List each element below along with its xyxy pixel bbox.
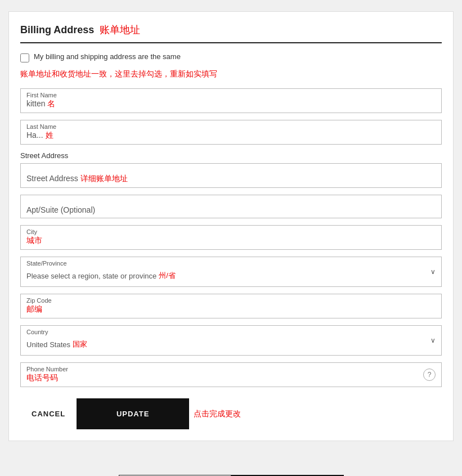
state-value-row: Please select a region, state or provinc… xyxy=(21,257,441,286)
first-name-field: First Name kitten 名 xyxy=(20,88,442,113)
bottom-bar: EDIT SHIPPING PLACE ORDER xyxy=(8,464,454,476)
phone-number-value-cn: 电话号码 xyxy=(26,373,58,383)
same-address-label: My billing and shipping address are the … xyxy=(34,52,181,62)
same-address-row: My billing and shipping address are the … xyxy=(20,52,442,62)
zip-code-value-cn: 邮编 xyxy=(26,304,42,315)
zip-code-value-row: 邮编 xyxy=(21,294,441,318)
main-container: Billing Address 账单地址 My billing and ship… xyxy=(0,0,462,476)
zip-code-field: Zip Code 邮编 xyxy=(20,294,442,318)
action-row: CANCEL UPDATE 点击完成更改 xyxy=(20,398,442,429)
billing-section: Billing Address 账单地址 My billing and ship… xyxy=(8,11,454,441)
street-address-section-label: Street Address xyxy=(20,151,442,160)
section-header: Billing Address 账单地址 xyxy=(20,23,442,43)
first-name-value-row: kitten 名 xyxy=(21,89,441,113)
country-chevron-icon: ∨ xyxy=(430,336,436,344)
street-address-placeholder-en: Street Address xyxy=(26,174,78,183)
state-field[interactable]: State/Province Please select a region, s… xyxy=(20,257,442,287)
state-placeholder-cn: 州/省 xyxy=(159,271,176,281)
phone-number-field: Phone Number 电话号码 ? xyxy=(20,362,442,387)
update-button[interactable]: UPDATE xyxy=(77,398,189,429)
same-address-checkbox[interactable] xyxy=(20,53,29,62)
street-address-value-row: Street Address 详细账单地址 xyxy=(21,164,441,187)
city-value-cn: 城市 xyxy=(26,236,42,246)
apt-suite-field: Apt/Suite (Optional) xyxy=(20,195,442,218)
city-value-row: 城市 xyxy=(21,226,441,249)
state-placeholder-en: Please select a region, state or provinc… xyxy=(26,272,156,280)
first-name-value-cn: 名 xyxy=(47,99,55,109)
city-field: City 城市 xyxy=(20,225,442,250)
country-value-en: United States xyxy=(26,340,70,349)
phone-help-icon[interactable]: ? xyxy=(423,369,436,381)
country-field[interactable]: Country United States 国家 ∨ xyxy=(20,325,442,356)
section-title: Billing Address xyxy=(20,24,94,36)
update-label-cn: 点击完成更改 xyxy=(194,409,241,419)
state-chevron-icon: ∨ xyxy=(430,268,436,276)
last-name-value-row: Ha... 姓 xyxy=(21,120,441,144)
last-name-field: Last Name Ha... 姓 xyxy=(20,120,442,145)
street-address-placeholder-cn: 详细账单地址 xyxy=(80,174,128,184)
street-address-field: Street Address 详细账单地址 xyxy=(20,163,442,188)
section-title-cn: 账单地址 xyxy=(100,23,140,37)
country-value-cn: 国家 xyxy=(73,339,87,349)
phone-number-value-row: 电话号码 xyxy=(21,363,441,387)
apt-suite-placeholder: Apt/Suite (Optional) xyxy=(26,205,95,214)
first-name-value-en: kitten xyxy=(26,99,45,108)
country-value-row: United States 国家 xyxy=(21,326,441,355)
last-name-value-en: Ha... xyxy=(26,131,43,140)
last-name-value-cn: 姓 xyxy=(46,131,53,141)
apt-suite-value-row: Apt/Suite (Optional) xyxy=(21,195,441,218)
same-address-note: 账单地址和收货地址一致，这里去掉勾选，重新如实填写 xyxy=(20,68,442,80)
cancel-button[interactable]: CANCEL xyxy=(20,398,77,429)
